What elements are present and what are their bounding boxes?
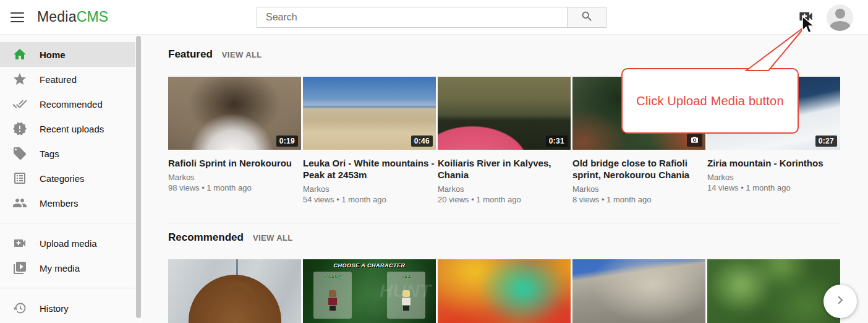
sidebar-item-label: Categories <box>40 173 85 184</box>
sidebar: Home Featured Recommended Recent uploads… <box>0 35 136 323</box>
logo-media: Media <box>37 9 77 25</box>
upload-media-button[interactable] <box>796 9 815 26</box>
sidebar-scrollbar-thumb[interactable] <box>136 36 141 318</box>
media-thumbnail-rocky-mountain[interactable] <box>572 259 705 323</box>
media-thumbnail-rafioli-sprint[interactable]: 0:19 <box>168 77 301 150</box>
sidebar-item-home[interactable]: Home <box>0 42 136 67</box>
sidebar-item-categories[interactable]: Categories <box>0 166 136 191</box>
chevron-right-icon <box>832 292 848 311</box>
members-icon <box>12 196 27 210</box>
done-all-icon <box>12 97 27 111</box>
sidebar-item-members[interactable]: Members <box>0 191 136 215</box>
media-thumbnail-leuka-ori[interactable]: 0:46 <box>303 77 436 150</box>
sidebar-item-label: Recommended <box>40 99 103 110</box>
star-icon <box>12 72 27 87</box>
annotation-text: Click Upload Media button <box>636 94 783 108</box>
sidebar-item-label: Upload media <box>40 238 97 249</box>
sidebar-item-label: Recent uploads <box>40 124 104 134</box>
sidebar-divider <box>0 288 136 288</box>
sidebar-item-label: History <box>40 303 69 314</box>
image-type-badge <box>687 134 702 147</box>
top-bar: MediaCMS <box>0 0 868 35</box>
sidebar-item-upload-media[interactable]: Upload media <box>0 231 136 256</box>
sidebar-item-history[interactable]: History <box>0 296 136 321</box>
media-title[interactable]: Koiliaris River in Kalyves, Chania <box>438 157 571 181</box>
sidebar-item-label: Home <box>40 50 66 60</box>
game-heading: CHOOSE A CHARACTER <box>303 262 436 269</box>
featured-section-title: Featured <box>168 48 213 61</box>
sidebar-item-recent-uploads[interactable]: Recent uploads <box>0 116 136 141</box>
game-character-panel-right: YAA <box>387 272 425 319</box>
search-bar <box>257 7 606 28</box>
history-icon <box>12 301 27 316</box>
upload-media-icon <box>798 8 814 27</box>
duration-badge: 0:46 <box>411 136 433 147</box>
recommended-card-row: HUNT CHOOSE A CHARACTER KWAME YAA Select… <box>168 259 841 323</box>
categories-icon <box>12 171 27 186</box>
media-meta: 20 views • 1 month ago <box>438 195 571 204</box>
media-card: 0:19 Rafioli Sprint in Nerokourou Markos… <box>168 77 301 204</box>
user-avatar[interactable] <box>827 4 853 31</box>
annotation-callout: Click Upload Media button <box>621 68 799 134</box>
recommended-view-all-link[interactable]: VIEW ALL <box>253 233 293 243</box>
media-meta: 54 views • 1 month ago <box>303 195 436 204</box>
media-title[interactable]: Ziria mountain - Korinthos <box>707 157 840 169</box>
media-author[interactable]: Markos <box>168 173 301 182</box>
media-meta: 98 views • 1 month ago <box>168 183 301 192</box>
media-author[interactable]: Markos <box>572 184 705 194</box>
search-icon <box>581 10 594 25</box>
media-author[interactable]: Markos <box>303 184 436 194</box>
media-thumbnail-game-choose-character[interactable]: HUNT CHOOSE A CHARACTER KWAME YAA Select… <box>303 259 436 323</box>
sidebar-item-my-media[interactable]: My media <box>0 256 136 280</box>
media-author[interactable]: Markos <box>707 173 840 182</box>
video-library-icon <box>12 261 27 275</box>
media-card: 0:46 Leuka Ori - White mountains - Peak … <box>303 77 436 204</box>
duration-badge: 0:27 <box>815 136 837 147</box>
sidebar-item-featured[interactable]: Featured <box>0 67 136 92</box>
sidebar-item-recommended[interactable]: Recommended <box>0 92 136 116</box>
media-title[interactable]: Rafioli Sprint in Nerokourou <box>168 157 301 169</box>
mediacms-app: MediaCMS Home <box>0 0 868 323</box>
search-button[interactable] <box>568 7 606 28</box>
recommended-section-title: Recommended <box>168 231 244 244</box>
recommended-section: Recommended VIEW ALL HUNT CHOOSE A CHARA… <box>168 223 841 323</box>
duration-badge: 0:31 <box>546 136 568 147</box>
media-meta: 8 views • 1 month ago <box>572 195 705 204</box>
media-card: 0:31 Koiliaris River in Kalyves, Chania … <box>438 77 571 204</box>
duration-badge: 0:19 <box>276 136 298 147</box>
sidebar-divider <box>0 223 136 223</box>
sidebar-item-label: My media <box>40 263 80 273</box>
sidebar-item-tags[interactable]: Tags <box>0 141 136 166</box>
featured-view-all-link[interactable]: VIEW ALL <box>222 50 262 59</box>
carousel-next-button[interactable] <box>823 285 857 318</box>
game-character-panel-left: KWAME <box>313 272 352 319</box>
media-thumbnail-green-leaves[interactable] <box>707 259 840 323</box>
sidebar-scrollbar-track[interactable] <box>135 35 142 323</box>
sidebar-item-label: Members <box>40 198 79 209</box>
media-title[interactable]: Leuka Ori - White mountains - Peak at 24… <box>303 157 436 181</box>
video-call-icon <box>12 236 27 251</box>
new-releases-icon <box>12 121 27 136</box>
sidebar-item-label: Tags <box>40 149 59 159</box>
media-thumbnail-pumpkin-craft[interactable] <box>168 259 301 323</box>
logo[interactable]: MediaCMS <box>37 9 108 25</box>
search-input[interactable] <box>257 7 568 28</box>
media-meta: 14 views • 1 month ago <box>707 183 840 192</box>
sidebar-item-label: Featured <box>40 74 77 85</box>
home-icon <box>12 47 27 62</box>
media-author[interactable]: Markos <box>438 184 571 194</box>
logo-cms: CMS <box>77 9 109 25</box>
media-thumbnail-koiliaris-river[interactable]: 0:31 <box>438 77 571 150</box>
media-title[interactable]: Old bridge close to Rafioli sprint, Nero… <box>572 157 705 181</box>
menu-icon[interactable] <box>10 11 25 24</box>
tag-icon <box>12 146 27 161</box>
media-thumbnail-color-gradient[interactable] <box>438 259 571 323</box>
